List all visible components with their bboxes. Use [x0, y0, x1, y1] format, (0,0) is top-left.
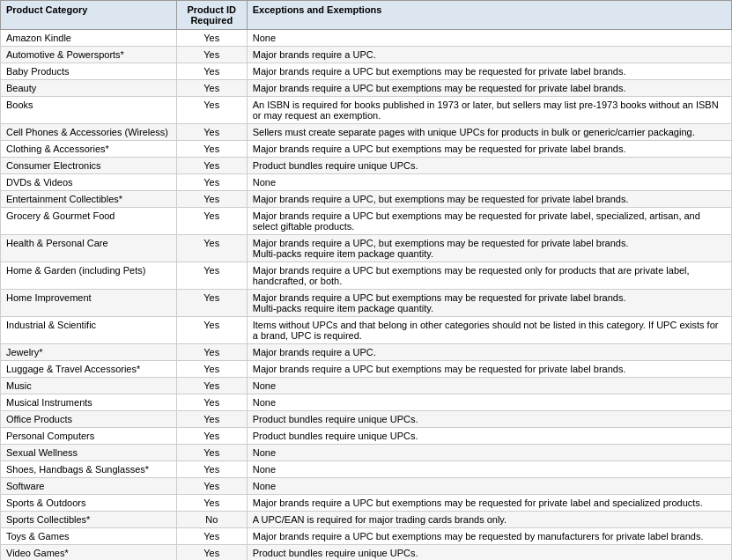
main-container: Product Category Product ID Required Exc…	[0, 0, 732, 560]
cell-category: Home Improvement	[1, 290, 177, 317]
cell-required: Yes	[176, 208, 247, 235]
table-row: BooksYesAn ISBN is required for books pu…	[1, 97, 732, 124]
cell-category: Clothing & Accessories*	[1, 141, 177, 158]
cell-exceptions: None	[247, 445, 731, 461]
cell-required: Yes	[176, 63, 247, 80]
table-row: Amazon KindleYesNone	[1, 30, 732, 47]
table-row: BeautyYesMajor brands require a UPC but …	[1, 80, 732, 97]
table-row: Clothing & Accessories*YesMajor brands r…	[1, 141, 732, 158]
cell-required: Yes	[176, 158, 247, 174]
cell-exceptions: Major brands require a UPC but exemption…	[247, 141, 731, 158]
table-row: Home ImprovementYesMajor brands require …	[1, 290, 732, 317]
cell-required: Yes	[176, 47, 247, 63]
table-row: Toys & GamesYesMajor brands require a UP…	[1, 528, 732, 545]
cell-category: Books	[1, 97, 177, 124]
cell-required: Yes	[176, 411, 247, 428]
table-row: Luggage & Travel Accessories*YesMajor br…	[1, 361, 732, 378]
cell-category: Office Products	[1, 411, 177, 428]
cell-exceptions: None	[247, 461, 731, 478]
table-row: Sports Collectibles*NoA UPC/EAN is requi…	[1, 512, 732, 528]
cell-required: Yes	[176, 262, 247, 290]
cell-category: Baby Products	[1, 63, 177, 80]
cell-required: Yes	[176, 528, 247, 545]
cell-required: Yes	[176, 344, 247, 361]
cell-category: Cell Phones & Accessories (Wireless)	[1, 124, 177, 141]
cell-category: Health & Personal Care	[1, 235, 177, 262]
cell-exceptions: None	[247, 174, 731, 191]
cell-exceptions: None	[247, 478, 731, 495]
table-row: Sports & OutdoorsYesMajor brands require…	[1, 495, 732, 512]
cell-exceptions: Product bundles require unique UPCs.	[247, 428, 731, 445]
table-header-row: Product Category Product ID Required Exc…	[1, 1, 732, 30]
cell-category: Sports & Outdoors	[1, 495, 177, 512]
cell-category: Amazon Kindle	[1, 30, 177, 47]
cell-exceptions: Major brands require a UPC but exemption…	[247, 290, 731, 317]
cell-category: Jewelry*	[1, 344, 177, 361]
cell-exceptions: Sellers must create separate pages with …	[247, 124, 731, 141]
table-row: Industrial & ScientificYesItems without …	[1, 317, 732, 344]
cell-required: Yes	[176, 545, 247, 561]
table-row: Health & Personal CareYesMajor brands re…	[1, 235, 732, 262]
table-row: Automotive & Powersports*YesMajor brands…	[1, 47, 732, 63]
cell-category: Luggage & Travel Accessories*	[1, 361, 177, 378]
cell-exceptions: Product bundles require unique UPCs.	[247, 158, 731, 174]
cell-exceptions: Major brands require a UPC, but exemptio…	[247, 191, 731, 208]
cell-required: Yes	[176, 445, 247, 461]
cell-required: Yes	[176, 428, 247, 445]
cell-required: Yes	[176, 478, 247, 495]
cell-required: Yes	[176, 235, 247, 262]
cell-required: Yes	[176, 378, 247, 394]
table-row: Jewelry*YesMajor brands require a UPC.	[1, 344, 732, 361]
table-row: DVDs & VideosYesNone	[1, 174, 732, 191]
table-row: Video Games*YesProduct bundles require u…	[1, 545, 732, 561]
table-row: MusicYesNone	[1, 378, 732, 394]
cell-category: Home & Garden (including Pets)	[1, 262, 177, 290]
cell-required: Yes	[176, 191, 247, 208]
header-exceptions: Exceptions and Exemptions	[247, 1, 731, 30]
table-row: Personal ComputersYesProduct bundles req…	[1, 428, 732, 445]
cell-category: Industrial & Scientific	[1, 317, 177, 344]
cell-category: Grocery & Gourmet Food	[1, 208, 177, 235]
cell-category: Sexual Wellness	[1, 445, 177, 461]
cell-required: Yes	[176, 124, 247, 141]
cell-exceptions: Major brands require a UPC but exemption…	[247, 361, 731, 378]
cell-exceptions: Major brands require a UPC.	[247, 344, 731, 361]
cell-required: Yes	[176, 394, 247, 411]
cell-category: Sports Collectibles*	[1, 512, 177, 528]
cell-category: Video Games*	[1, 545, 177, 561]
table-row: SoftwareYesNone	[1, 478, 732, 495]
cell-exceptions: Major brands require a UPC but exemption…	[247, 495, 731, 512]
cell-exceptions: Product bundles require unique UPCs.	[247, 411, 731, 428]
cell-exceptions: Major brands require a UPC but exemption…	[247, 80, 731, 97]
table-row: Shoes, Handbags & Sunglasses*YesNone	[1, 461, 732, 478]
header-category: Product Category	[1, 1, 177, 30]
cell-exceptions: Items without UPCs and that belong in ot…	[247, 317, 731, 344]
cell-category: Automotive & Powersports*	[1, 47, 177, 63]
cell-category: Software	[1, 478, 177, 495]
cell-required: Yes	[176, 361, 247, 378]
cell-exceptions: Major brands require a UPC, but exemptio…	[247, 235, 731, 262]
cell-exceptions: Product bundles require unique UPCs.	[247, 545, 731, 561]
table-row: Cell Phones & Accessories (Wireless)YesS…	[1, 124, 732, 141]
cell-required: Yes	[176, 80, 247, 97]
cell-category: Beauty	[1, 80, 177, 97]
cell-required: Yes	[176, 317, 247, 344]
cell-required: No	[176, 512, 247, 528]
table-row: Home & Garden (including Pets)YesMajor b…	[1, 262, 732, 290]
table-row: Musical InstrumentsYesNone	[1, 394, 732, 411]
cell-exceptions: None	[247, 378, 731, 394]
cell-category: Entertainment Collectibles*	[1, 191, 177, 208]
cell-required: Yes	[176, 495, 247, 512]
cell-exceptions: A UPC/EAN is required for major trading …	[247, 512, 731, 528]
table-row: Consumer ElectronicsYesProduct bundles r…	[1, 158, 732, 174]
cell-required: Yes	[176, 141, 247, 158]
cell-exceptions: Major brands require a UPC.	[247, 47, 731, 63]
cell-exceptions: Major brands require a UPC but exemption…	[247, 262, 731, 290]
table-row: Grocery & Gourmet FoodYesMajor brands re…	[1, 208, 732, 235]
cell-exceptions: An ISBN is required for books published …	[247, 97, 731, 124]
table-row: Baby ProductsYesMajor brands require a U…	[1, 63, 732, 80]
cell-category: Musical Instruments	[1, 394, 177, 411]
cell-category: Shoes, Handbags & Sunglasses*	[1, 461, 177, 478]
product-category-table: Product Category Product ID Required Exc…	[0, 0, 732, 560]
cell-exceptions: None	[247, 30, 731, 47]
